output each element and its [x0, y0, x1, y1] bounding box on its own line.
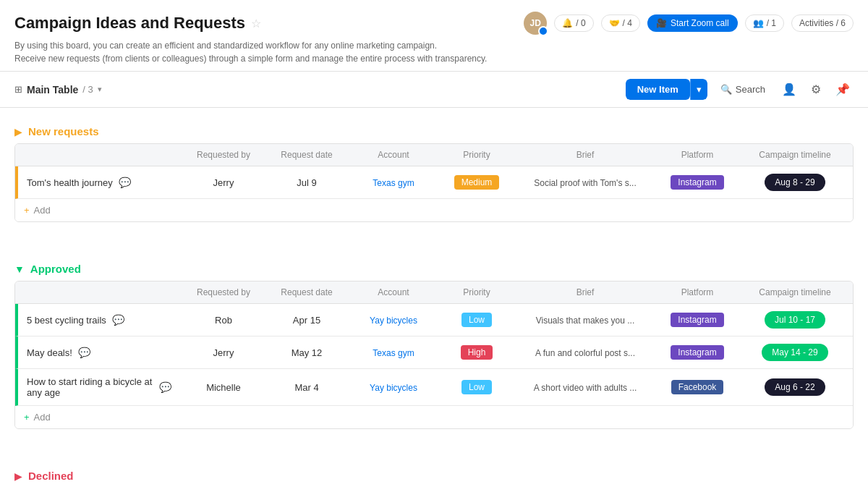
col-header-item: [15, 281, 180, 303]
priority-badge[interactable]: Low: [461, 380, 492, 394]
timeline-badge: Aug 6 - 22: [765, 378, 825, 396]
cell-platform[interactable]: Facebook: [658, 373, 737, 402]
platform-badge[interactable]: Instagram: [671, 313, 723, 327]
priority-badge[interactable]: High: [461, 345, 493, 360]
new-item-dropdown[interactable]: ▾: [690, 79, 707, 100]
cell-priority[interactable]: Low: [441, 305, 513, 334]
group-new_requests: ▶ New requests Requested byRequest dateA…: [14, 125, 854, 222]
cell-request-date: Jul 9: [267, 170, 346, 195]
col-header-requested-by: Requested by: [180, 144, 267, 166]
col-header-campaign-timeline: Campaign timeline: [737, 144, 853, 166]
comment-icon[interactable]: 💬: [78, 347, 90, 358]
collab-btn[interactable]: 🤝 / 4: [601, 14, 640, 32]
cell-platform[interactable]: Instagram: [658, 168, 737, 197]
cell-request-date: May 12: [267, 340, 346, 365]
account-link[interactable]: Texas gym: [373, 178, 414, 188]
table-new_requests: Requested byRequest dateAccountPriorityB…: [14, 143, 854, 222]
table-row[interactable]: 5 best cycling trails 💬 Rob Apr 15 Yay b…: [15, 304, 853, 336]
people-btn[interactable]: 👥 / 1: [745, 14, 784, 32]
cell-requested-by: Jerry: [180, 170, 267, 195]
row-name: How to start riding a bicycle at any age: [27, 376, 153, 398]
row-name: Tom's health journey: [27, 177, 113, 188]
group-toggle-new_requests[interactable]: ▶: [14, 126, 22, 137]
col-header-requested-by: Requested by: [180, 281, 267, 303]
add-label: Add: [34, 412, 51, 423]
cell-platform[interactable]: Instagram: [658, 305, 737, 334]
cell-priority[interactable]: Medium: [441, 168, 513, 197]
table-dropdown-arrow[interactable]: ▾: [98, 85, 102, 94]
cell-brief: A short video with adults ...: [513, 375, 658, 400]
table-row[interactable]: Tom's health journey 💬 Jerry Jul 9 Texas…: [15, 166, 853, 199]
priority-badge[interactable]: Medium: [454, 175, 500, 190]
row-name: 5 best cycling trails: [27, 315, 106, 326]
row-name: May deals!: [27, 347, 72, 358]
cell-account[interactable]: Yay bicycles: [346, 375, 441, 400]
collab-icon: 🤝: [609, 18, 620, 28]
avatar-badge: [538, 26, 548, 36]
cell-requested-by: Rob: [180, 308, 267, 333]
group-declined: ▶ Declined Requested byRequest dateAccou…: [14, 470, 854, 487]
account-link[interactable]: Yay bicycles: [370, 316, 417, 326]
table-row[interactable]: May deals! 💬 Jerry May 12 Texas gym High…: [15, 336, 853, 369]
search-button[interactable]: 🔍 Search: [715, 80, 771, 98]
pin-icon-btn[interactable]: 📌: [832, 79, 854, 100]
group-header-declined[interactable]: ▶ Declined: [14, 470, 854, 482]
timeline-badge: May 14 - 29: [762, 344, 827, 361]
group-header-new_requests[interactable]: ▶ New requests: [14, 125, 854, 137]
cell-priority[interactable]: High: [441, 338, 513, 367]
add-label: Add: [34, 205, 51, 216]
group-toggle-declined[interactable]: ▶: [14, 470, 22, 482]
cell-account[interactable]: Yay bicycles: [346, 308, 441, 333]
brief-text: Social proof with Tom's s...: [534, 178, 636, 188]
col-header-priority: Priority: [441, 281, 513, 303]
header-right: JD 🔔 / 0 🤝 / 4 🎥 Start Zoom call 👥 / 1: [524, 12, 854, 35]
platform-badge[interactable]: Facebook: [671, 380, 724, 394]
col-header-item: [15, 144, 180, 166]
col-header-brief: Brief: [513, 144, 658, 166]
cell-priority[interactable]: Low: [441, 373, 513, 402]
table-count: / 3: [82, 84, 93, 95]
brief-text: A short video with adults ...: [534, 383, 637, 393]
toolbar-left: ⊞ Main Table / 3 ▾: [14, 84, 102, 96]
profile-icon-btn[interactable]: 👤: [778, 79, 800, 100]
col-header-request-date: Request date: [267, 281, 346, 303]
notifications-btn[interactable]: 🔔 / 0: [554, 14, 593, 32]
zoom-btn[interactable]: 🎥 Start Zoom call: [647, 14, 738, 32]
cell-account[interactable]: Texas gym: [346, 340, 441, 365]
cell-name: Tom's health journey 💬: [18, 169, 180, 195]
col-header-account: Account: [346, 281, 441, 303]
cell-brief: Visuals that makes you ...: [513, 308, 658, 333]
activities-btn[interactable]: Activities / 6: [791, 14, 854, 32]
add-row-approved[interactable]: + Add: [15, 406, 853, 428]
cell-platform[interactable]: Instagram: [658, 338, 737, 367]
brief-text: Visuals that makes you ...: [536, 316, 635, 326]
platform-badge[interactable]: Instagram: [671, 175, 723, 190]
account-link[interactable]: Texas gym: [373, 348, 414, 358]
cell-request-date: Apr 15: [267, 308, 346, 333]
new-item-button[interactable]: New Item: [626, 79, 690, 100]
cell-account[interactable]: Texas gym: [346, 170, 441, 195]
add-row-new_requests[interactable]: + Add: [15, 199, 853, 221]
platform-badge[interactable]: Instagram: [671, 345, 723, 360]
timeline-badge: Aug 8 - 29: [765, 174, 825, 191]
priority-badge[interactable]: Low: [461, 313, 492, 327]
table-name: Main Table: [27, 84, 78, 96]
toolbar: ⊞ Main Table / 3 ▾ New Item ▾ 🔍 Search 👤…: [0, 72, 868, 108]
comment-icon[interactable]: 💬: [112, 314, 124, 326]
group-title-new_requests: New requests: [28, 125, 99, 137]
comment-icon[interactable]: 💬: [119, 177, 131, 188]
comment-icon[interactable]: 💬: [159, 381, 171, 393]
group-title-approved: Approved: [30, 263, 81, 275]
star-icon[interactable]: ☆: [251, 17, 261, 30]
search-icon: 🔍: [720, 84, 732, 95]
group-header-approved[interactable]: ▼ Approved: [14, 263, 854, 275]
settings-icon-btn[interactable]: ⚙: [807, 79, 825, 100]
col-header-platform: Platform: [658, 281, 737, 303]
title-row: Campaign Ideas and Requests ☆: [14, 14, 261, 33]
group-approved: ▼ Approved Requested byRequest dateAccou…: [14, 263, 854, 429]
avatar[interactable]: JD: [524, 12, 547, 35]
account-link[interactable]: Yay bicycles: [370, 383, 417, 393]
group-toggle-approved[interactable]: ▼: [14, 263, 25, 275]
col-header-platform: Platform: [658, 144, 737, 166]
table-row[interactable]: How to start riding a bicycle at any age…: [15, 369, 853, 406]
